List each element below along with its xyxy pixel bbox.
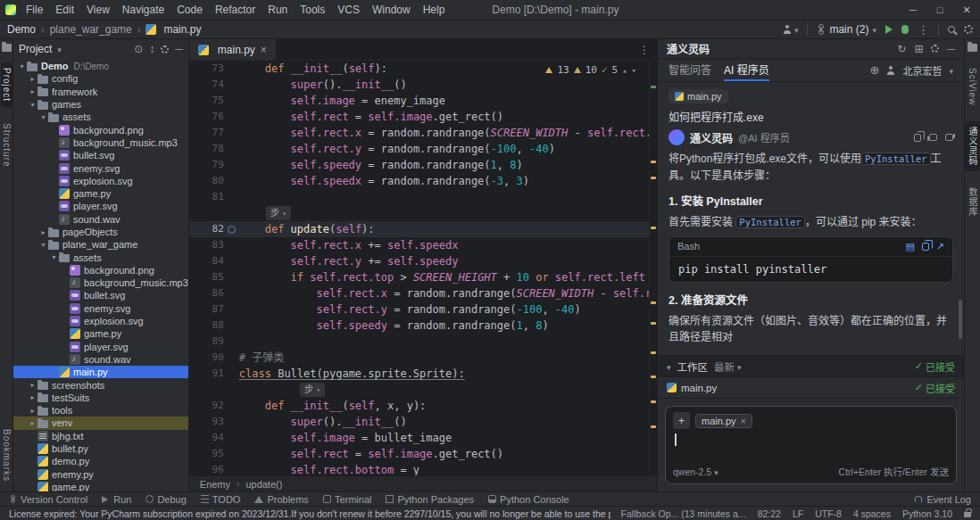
tree-item[interactable]: background_music.mp3 (13, 277, 188, 289)
chat-scrollbar[interactable] (959, 300, 962, 339)
menu-item[interactable]: Refactor (209, 4, 262, 16)
tree-item[interactable]: enemy.svg (13, 161, 188, 174)
menu-item[interactable]: Window (366, 4, 417, 16)
tree-item[interactable]: player.svg (13, 341, 188, 353)
tree-item[interactable]: background_music.mp3 (13, 136, 188, 149)
tree-item[interactable]: bullet.svg (13, 149, 188, 161)
tree-item[interactable]: enemy.svg (13, 302, 188, 315)
ai-settings-icon[interactable] (931, 45, 939, 53)
breadcrumb-method[interactable]: update() (245, 479, 282, 490)
caret-position[interactable]: 82:22 (758, 508, 781, 519)
menu-item[interactable]: VCS (331, 4, 366, 16)
input-context-chip[interactable]: main.py (695, 414, 752, 428)
copy-icon[interactable] (914, 134, 921, 142)
code-text[interactable]: self.speedy = random.randrange(1, 8) (239, 318, 657, 334)
close-button[interactable] (953, 0, 980, 20)
gutter[interactable]: 81 (189, 189, 239, 205)
gutter[interactable]: 85 (189, 269, 239, 285)
menu-item[interactable]: Help (417, 4, 452, 16)
chevron-icon[interactable]: ▾ (28, 101, 37, 109)
close-tab-icon[interactable] (261, 44, 267, 56)
code-text[interactable]: super().__init__() (239, 77, 657, 93)
previous-issue-icon[interactable] (622, 64, 627, 76)
locate-file-icon[interactable] (134, 43, 143, 55)
chevron-icon[interactable]: ▸ (28, 419, 37, 427)
context-file-chip[interactable]: main.py (669, 89, 728, 103)
tree-item[interactable]: sound.wav (13, 353, 188, 366)
folded-region[interactable]: 步 (189, 205, 657, 221)
code-block-content[interactable]: pip install pyinstaller (669, 257, 952, 282)
insert-code-icon[interactable] (905, 241, 914, 252)
thumbs-down-icon[interactable] (945, 134, 953, 141)
error-stripe[interactable] (649, 61, 657, 475)
tree-item[interactable]: bullet.py (13, 442, 188, 455)
tree-item[interactable]: ▸pageObjects (13, 226, 188, 238)
gutter[interactable]: 74 (189, 77, 239, 93)
expand-code-icon[interactable] (936, 241, 944, 252)
add-session-icon[interactable] (870, 63, 880, 77)
status-tool-button[interactable]: TODO (201, 494, 241, 505)
code-text[interactable]: self.rect.bottom = y (239, 462, 657, 475)
menu-item[interactable]: Code (170, 4, 209, 16)
tree-item[interactable]: ▸testSuits (13, 392, 188, 404)
code-editor[interactable]: 73 def __init__(self):74 super().__init_… (189, 61, 657, 475)
panel-settings-icon[interactable] (161, 45, 169, 54)
gutter[interactable]: 80 (189, 173, 239, 189)
gutter[interactable]: 84 (189, 253, 239, 269)
chevron-icon[interactable]: ▸ (28, 393, 37, 401)
code-text[interactable]: self.rect.y = random.randrange(-100, -40… (239, 301, 657, 318)
code-text[interactable]: # 子弹类 (239, 350, 657, 366)
chevron-icon[interactable]: ▾ (17, 62, 27, 70)
gutter[interactable]: 83 (189, 237, 239, 253)
menu-item[interactable]: Run (262, 4, 294, 16)
code-text[interactable]: self.image = bullet_image (239, 430, 657, 446)
gutter[interactable]: 91 (189, 366, 239, 382)
tree-item[interactable]: enemy.py (13, 468, 188, 481)
menu-item[interactable]: File (20, 4, 49, 16)
chevron-down-icon[interactable] (57, 43, 62, 55)
tool-window-button[interactable]: 数据库 (965, 182, 980, 222)
hide-ai-panel-icon[interactable] (947, 43, 955, 55)
gutter[interactable]: 87 (189, 301, 239, 318)
gutter[interactable]: 88 (189, 318, 239, 334)
tree-item[interactable]: ▸venv (13, 417, 188, 429)
tree-item[interactable]: game.py (13, 481, 188, 491)
chevron-icon[interactable]: ▸ (28, 381, 37, 389)
tree-item[interactable]: explosion.svg (13, 175, 188, 187)
tree-item[interactable]: demo.py (13, 455, 188, 467)
code-text[interactable]: self.rect = self.image.get_rect() (239, 446, 657, 462)
user-menu[interactable] (783, 23, 799, 36)
breadcrumb-item[interactable]: plane_war_game (50, 23, 132, 36)
tool-window-button[interactable]: Project (1, 62, 12, 107)
search-icon[interactable] (948, 26, 955, 33)
tree-item[interactable]: background.png (13, 264, 188, 277)
more-actions-icon[interactable] (918, 23, 929, 37)
status-tool-button[interactable]: Python Packages (386, 494, 474, 505)
code-text[interactable]: self.rect.x += self.speedx (239, 237, 657, 253)
minimize-button[interactable] (900, 0, 926, 20)
breadcrumb-class[interactable]: Enemy (200, 479, 230, 490)
settings-gear-icon[interactable] (964, 25, 973, 34)
gutter[interactable]: 89 (189, 334, 239, 350)
menu-item[interactable]: Edit (49, 4, 80, 16)
status-tool-button[interactable]: Problems (254, 494, 308, 505)
chevron-down-icon[interactable] (949, 65, 953, 76)
code-text[interactable]: super().__init__() (239, 414, 657, 430)
code-text[interactable]: if self.rect.top > SCREEN_HEIGHT + 10 or… (239, 269, 657, 285)
copy-code-icon[interactable] (922, 243, 929, 251)
status-tool-button[interactable]: Terminal (323, 494, 372, 505)
tree-item[interactable]: ▸config (13, 72, 188, 85)
tool-window-button[interactable]: Structure (1, 118, 12, 173)
tree-item[interactable]: bullet.svg (13, 289, 188, 301)
tree-item[interactable]: ▾games (13, 98, 188, 111)
gutter[interactable]: 75 (189, 93, 239, 109)
event-log-button[interactable]: Event Log (915, 494, 971, 505)
workspace-filter[interactable]: 最新 (714, 359, 742, 374)
new-chat-icon[interactable] (914, 43, 923, 55)
menu-item[interactable]: View (80, 4, 116, 16)
tree-item[interactable]: explosion.svg (13, 315, 188, 327)
file-encoding[interactable]: UTF-8 (815, 508, 842, 519)
tree-item[interactable]: ▸framework (13, 86, 188, 98)
maximize-button[interactable] (926, 0, 953, 20)
gutter[interactable]: 93 (189, 414, 239, 430)
